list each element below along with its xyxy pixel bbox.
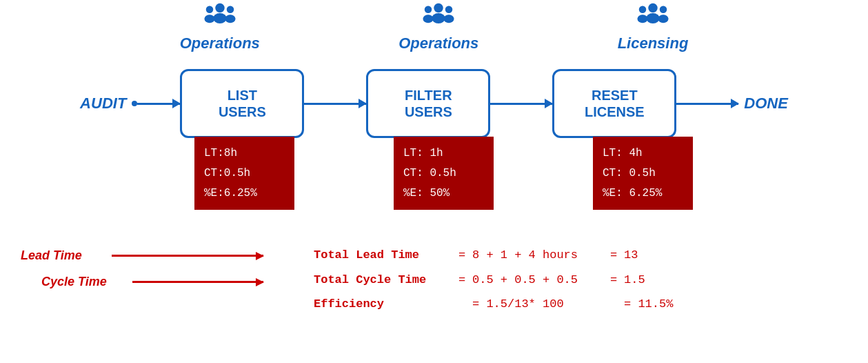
process-label-reset-license: RESETLICENSE xyxy=(585,87,645,120)
process-box-list-users: LISTUSERS xyxy=(180,69,304,138)
people-icon-3 xyxy=(632,0,674,35)
svg-point-11 xyxy=(444,14,454,23)
svg-point-0 xyxy=(215,3,225,13)
process-label-filter-users: FILTERUSERS xyxy=(405,87,452,120)
summary-eq1-1: = xyxy=(452,243,472,268)
team-label-2: Operations xyxy=(398,35,478,52)
summary-result-3: = 11.5% xyxy=(624,292,679,317)
summary-eq1-2: = xyxy=(452,268,472,293)
svg-point-12 xyxy=(648,3,658,13)
legend-cycle-time: Cycle Time xyxy=(41,275,263,289)
summary-result-2: 1.5 xyxy=(624,268,665,293)
lead-time-arrow xyxy=(112,255,263,257)
summary-label-3: Efficiency xyxy=(314,292,452,317)
legend-cycle-time-label: Cycle Time xyxy=(41,275,124,289)
arrow-3 xyxy=(676,103,738,105)
team-label-1: Operations xyxy=(180,35,260,52)
svg-point-10 xyxy=(445,6,453,14)
stats-1-ct: CT:0.5h xyxy=(204,164,285,184)
stats-box-2: LT: 1h CT: 0.5h %E: 50% xyxy=(394,137,494,210)
stats-box-3: LT: 4h CT: 0.5h %E: 6.25% xyxy=(593,137,693,210)
summary-label-1: Total Lead Time xyxy=(314,243,452,268)
summary-formula-2: 0.5 + 0.5 + 0.5 xyxy=(472,268,610,293)
stats-3-lt: LT: 4h xyxy=(603,144,683,164)
summary-eq2-1: = xyxy=(610,243,624,268)
stats-3-eff: %E: 6.25% xyxy=(603,184,683,204)
summary-formula-3: = 1.5/13* 100 xyxy=(472,292,610,317)
svg-point-14 xyxy=(639,6,647,14)
process-box-reset-license: RESETLICENSE xyxy=(552,69,676,138)
legend-lead-time: Lead Time xyxy=(21,248,263,263)
stats-2-ct: CT: 0.5h xyxy=(403,164,484,184)
stats-box-1: LT:8h CT:0.5h %E:6.25% xyxy=(194,137,294,210)
team-label-3: Licensing xyxy=(618,35,689,52)
svg-point-8 xyxy=(425,6,432,14)
svg-point-2 xyxy=(205,6,213,14)
stats-2-lt: LT: 1h xyxy=(403,144,484,164)
svg-point-16 xyxy=(660,6,667,14)
team-operations-2: Operations xyxy=(398,0,478,52)
summary-result-1: 13 xyxy=(624,243,665,268)
svg-point-4 xyxy=(226,6,234,14)
summary-eq2-2: = xyxy=(610,268,624,293)
svg-point-5 xyxy=(225,14,235,23)
stats-1-eff: %E:6.25% xyxy=(204,184,285,204)
svg-point-15 xyxy=(637,14,647,23)
summary-label-2: Total Cycle Time xyxy=(314,268,452,293)
start-label: AUDIT xyxy=(80,95,126,112)
stats-1-lt: LT:8h xyxy=(204,144,285,164)
svg-point-13 xyxy=(646,13,660,23)
process-box-filter-users: FILTERUSERS xyxy=(366,69,490,138)
svg-point-6 xyxy=(434,3,443,13)
team-operations-1: Operations xyxy=(180,0,260,52)
start-arrow xyxy=(132,101,180,106)
arrow-1 xyxy=(304,103,366,105)
cycle-time-arrow xyxy=(132,281,263,283)
svg-point-17 xyxy=(658,14,668,23)
svg-point-1 xyxy=(213,13,227,23)
svg-point-7 xyxy=(432,13,445,23)
stats-2-eff: %E: 50% xyxy=(403,184,484,204)
summary-table: Total Lead Time = 8 + 1 + 4 hours = 13 T… xyxy=(314,243,679,317)
arrow-2 xyxy=(490,103,552,105)
end-label: DONE xyxy=(744,95,788,112)
people-icon-1 xyxy=(199,0,241,35)
svg-point-9 xyxy=(423,14,434,23)
svg-point-3 xyxy=(204,14,214,23)
summary-row-3: Efficiency = 1.5/13* 100 = 11.5% xyxy=(314,292,679,317)
people-icon-2 xyxy=(418,0,459,35)
team-licensing: Licensing xyxy=(618,0,689,52)
legend-lead-time-label: Lead Time xyxy=(21,248,103,263)
stats-3-ct: CT: 0.5h xyxy=(603,164,683,184)
summary-row-1: Total Lead Time = 8 + 1 + 4 hours = 13 xyxy=(314,243,679,268)
summary-row-2: Total Cycle Time = 0.5 + 0.5 + 0.5 = 1.5 xyxy=(314,268,679,293)
process-label-list-users: LISTUSERS xyxy=(219,87,266,120)
summary-formula-1: 8 + 1 + 4 hours xyxy=(472,243,610,268)
diagram-container: Operations Operations xyxy=(0,0,868,363)
